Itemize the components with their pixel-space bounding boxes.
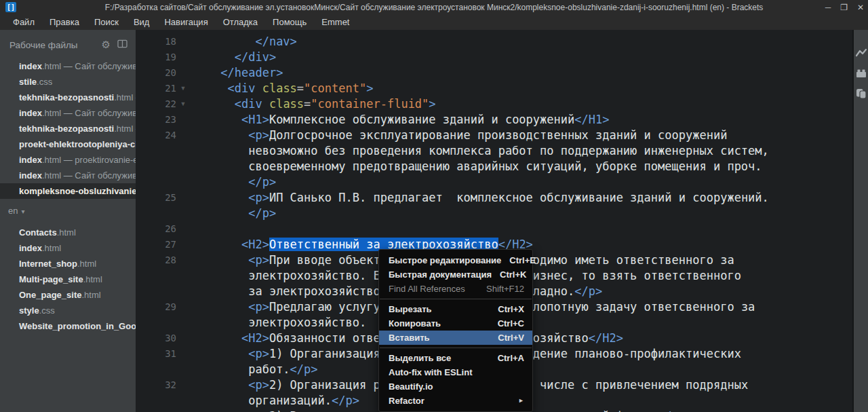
code-token: </p> — [332, 394, 359, 407]
file-list-item[interactable]: tekhnika-bezopasnosti.html — Сайт — [0, 121, 136, 136]
fold-gutter — [176, 34, 190, 50]
menu-item-правка[interactable]: Правка — [42, 15, 87, 30]
menu-item-вид[interactable]: Вид — [126, 15, 157, 30]
indent — [214, 316, 248, 329]
menu-item-навигация[interactable]: Навигация — [157, 15, 215, 30]
file-list-item[interactable]: index.html — [0, 240, 136, 256]
file-list-item[interactable]: index.html — proektirovanie-elek — [0, 152, 136, 168]
code-token: <p> — [248, 253, 269, 267]
file-list-item[interactable]: Internet_shop.html — [0, 256, 136, 271]
code-token: <p> — [248, 191, 269, 204]
extension-manager-icon[interactable] — [856, 68, 867, 79]
menu-item-shortcut: Ctrl+K — [500, 267, 526, 282]
code-token: <div — [227, 81, 262, 95]
menu-separator — [380, 299, 532, 299]
context-menu-item[interactable]: ВырезатьCtrl+X — [379, 302, 532, 316]
code-line: 22▼ <div class="container-fluid"> — [136, 96, 852, 112]
menu-item-shortcut: Ctrl+X — [498, 302, 524, 316]
line-number: 22 — [136, 96, 176, 112]
menu-item-emmet[interactable]: Emmet — [314, 15, 357, 30]
file-list-item[interactable]: kompleksnoe-obsluzhivanie-z — [0, 183, 136, 199]
file-name: index — [19, 155, 42, 165]
menu-item-label: Beautify.io — [389, 379, 433, 394]
line-number — [136, 362, 176, 377]
context-menu-item[interactable]: Refactor► — [379, 394, 532, 408]
minimize-button[interactable]: ─ — [825, 0, 831, 15]
split-view-icon[interactable] — [117, 39, 127, 50]
close-button[interactable]: ✕ — [857, 0, 864, 15]
file-name: proekt-ehlektrootopleniya-cha — [19, 139, 136, 149]
fold-gutter — [176, 190, 190, 206]
line-number: 27 — [136, 237, 176, 252]
code-line: 24 <p>Долгосрочное эксплуатирование прои… — [136, 128, 852, 143]
file-list-item[interactable]: Website_promotion_in_Google.html — [0, 318, 136, 334]
working-files-title: Рабочие файлы — [9, 40, 78, 50]
indent — [214, 284, 248, 298]
file-name: tekhnika-bezopasnosti — [19, 124, 114, 134]
line-number — [136, 159, 176, 174]
sidebar: Рабочие файлы ⚙ index.html — Сайт обслуж… — [0, 30, 136, 412]
menu-item-shortcut: Ctrl+C — [498, 316, 524, 331]
file-extension: .html — [77, 259, 96, 269]
code-line: 18 </nav> — [136, 34, 852, 50]
file-list-item[interactable]: style.css — [0, 303, 136, 318]
fold-gutter — [176, 159, 190, 174]
code-token: "content" — [304, 81, 366, 95]
line-number: 29 — [136, 299, 176, 315]
menu-item-label: Копировать — [389, 316, 441, 331]
code-token: организаций. — [248, 394, 332, 407]
code-line: 19 </div> — [136, 50, 852, 65]
line-number — [136, 268, 176, 284]
file-list-item[interactable]: Multi-page_site.html — [0, 271, 136, 287]
code-line: </p> — [136, 206, 852, 221]
menu-item-файл[interactable]: Файл — [5, 15, 42, 30]
context-menu-item[interactable]: Быстрое редактированиеCtrl+E — [379, 253, 532, 267]
extract-icon[interactable] — [856, 88, 867, 99]
menu-item-помощь[interactable]: Помощь — [265, 15, 314, 30]
fold-arrow-icon[interactable]: ▼ — [176, 81, 190, 96]
file-list-item[interactable]: One_page_site.html — [0, 287, 136, 303]
line-number — [136, 206, 176, 221]
indent — [214, 362, 248, 376]
menu-item-поиск[interactable]: Поиск — [87, 15, 126, 30]
context-menu-item[interactable]: ВставитьCtrl+V — [379, 331, 532, 345]
file-list-item[interactable]: index.html — Сайт обслуживани — [0, 58, 136, 74]
indent — [214, 160, 248, 173]
menu-bar: ФайлПравкаПоискВидНавигацияОтладкаПомощь… — [0, 15, 868, 30]
file-list-item[interactable]: proekt-ehlektrootopleniya-cha — [0, 136, 136, 152]
section-en-label: en — [8, 206, 18, 216]
context-menu-item: Find All ReferencesShift+F12 — [379, 282, 532, 296]
context-menu-item[interactable]: КопироватьCtrl+C — [379, 316, 532, 331]
restore-button[interactable]: ❐ — [840, 0, 848, 15]
context-menu-item[interactable]: Быстрая документацияCtrl+K — [379, 267, 532, 282]
line-number: 30 — [136, 331, 176, 346]
fold-arrow-icon[interactable]: ▼ — [176, 96, 190, 112]
file-list-item[interactable]: index.html — Сайт обслуживани — [0, 168, 136, 183]
context-menu-item[interactable]: Auto-fix with ESLint — [379, 365, 532, 379]
gear-icon[interactable]: ⚙ — [102, 39, 111, 50]
file-name: Multi-page_site — [19, 274, 83, 284]
context-menu-item[interactable]: Beautify.io — [379, 379, 532, 394]
code-token: </p> — [658, 409, 686, 412]
code-token: > — [429, 97, 435, 111]
line-number — [136, 284, 176, 299]
file-extension: .html — [42, 108, 61, 118]
code-token: = — [304, 97, 311, 111]
menu-item-отладка[interactable]: Отладка — [216, 15, 265, 30]
code-token: <p> — [248, 347, 269, 360]
code-text: невозможно без проведения комплекса рабо… — [190, 143, 769, 159]
context-menu: Быстрое редактированиеCtrl+EБыстрая доку… — [378, 249, 533, 412]
live-preview-icon[interactable] — [856, 48, 867, 58]
file-list-item[interactable]: tekhnika-bezopasnosti.html — Сайт — [0, 90, 136, 105]
indent — [214, 191, 248, 204]
context-menu-item[interactable]: Выделить всеCtrl+A — [379, 351, 532, 365]
indent — [214, 331, 241, 345]
file-list-item[interactable]: index.html — Сайт обслуживани — [0, 105, 136, 121]
file-list-item[interactable]: Contacts.html — [0, 225, 136, 240]
code-text: </p> — [190, 174, 276, 190]
line-number: 32 — [136, 377, 176, 393]
code-token: </div> — [235, 50, 276, 64]
file-list-item[interactable]: stile.css — [0, 74, 136, 90]
sidebar-section-en[interactable]: en▾ — [0, 204, 136, 218]
indent — [214, 394, 248, 407]
